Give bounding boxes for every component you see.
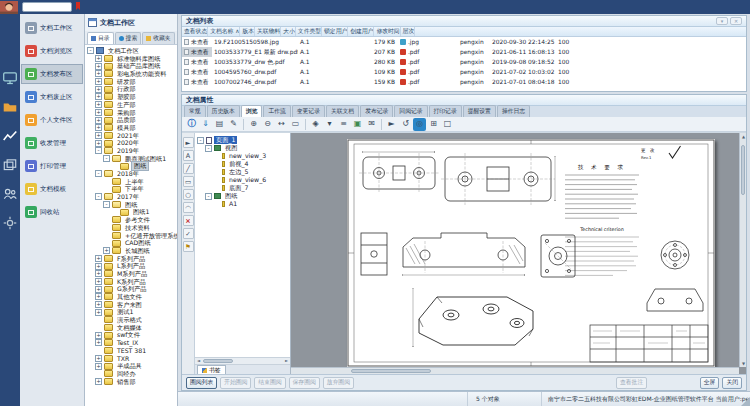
props-tab[interactable]: 提醒设置 bbox=[463, 105, 496, 117]
close-button[interactable]: 关闭 bbox=[722, 377, 742, 389]
tree-tab[interactable]: 收藏夹 bbox=[142, 32, 174, 44]
column-header[interactable]: 关联物料 bbox=[255, 27, 281, 36]
props-tab[interactable]: 操作日志 bbox=[497, 105, 530, 117]
settings-gear-icon[interactable] bbox=[2, 215, 18, 231]
tree-tab[interactable]: 搜索 bbox=[115, 32, 142, 44]
tree-expander-icon[interactable]: - bbox=[95, 193, 102, 200]
viewer-tool-layers[interactable]: ≡ bbox=[337, 118, 350, 131]
tree-item[interactable]: + swf文件 bbox=[85, 331, 177, 339]
column-header[interactable]: 层次 bbox=[401, 27, 416, 36]
viewer-tool-info[interactable]: ⓘ bbox=[185, 118, 198, 131]
viewer-tool-rotate[interactable]: ↺ bbox=[399, 118, 412, 131]
viewer-tool-thumbnails[interactable]: ⊞ bbox=[427, 118, 440, 131]
tree-item[interactable]: 下半年 bbox=[85, 185, 177, 193]
review-button[interactable]: 开始圈阅 bbox=[220, 377, 251, 389]
nav-item[interactable]: 文档模板 bbox=[21, 179, 83, 199]
column-header[interactable]: 大小 bbox=[281, 27, 296, 36]
column-header[interactable]: 文件类型 bbox=[296, 27, 322, 36]
tree-expander-icon[interactable]: + bbox=[95, 101, 102, 108]
tree-expander-icon[interactable]: + bbox=[95, 355, 102, 362]
scroll-down-icon[interactable]: ▼ bbox=[740, 360, 746, 367]
viewer-tool-zoom-in[interactable]: ⊕ bbox=[247, 118, 260, 131]
tree-item[interactable]: + 行政部 bbox=[85, 85, 177, 93]
tree-expander-icon[interactable]: - bbox=[95, 147, 102, 154]
chart-icon[interactable] bbox=[2, 128, 18, 144]
markup-tool-text[interactable]: A bbox=[183, 150, 194, 161]
tree-expander-icon[interactable]: + bbox=[95, 63, 102, 70]
viewer-tool-fullscreen[interactable]: □ bbox=[441, 118, 454, 131]
scroll-thumb[interactable] bbox=[203, 359, 233, 363]
tree-item[interactable]: + 2020年 bbox=[85, 139, 177, 147]
markup-tool-stamp[interactable]: × bbox=[183, 215, 194, 226]
doc-row[interactable]: 未查看 1007002746_drw.pdf A.1 159 KB .pdf p… bbox=[182, 77, 746, 87]
bookmark-expander-icon[interactable]: - bbox=[197, 137, 204, 144]
props-tab[interactable]: 发布记录 bbox=[360, 105, 393, 117]
bookmark-item[interactable]: 底面_7 bbox=[195, 184, 290, 192]
viewer-tool-view-menu[interactable]: ▾ bbox=[323, 118, 336, 131]
tree-expander-icon[interactable]: + bbox=[95, 339, 102, 346]
column-header[interactable]: 创建用户 bbox=[348, 27, 374, 36]
tree-expander-icon[interactable]: - bbox=[87, 47, 94, 54]
tree-item[interactable]: 参考文件 bbox=[85, 216, 177, 224]
doc-row[interactable]: 未查看 1003533779_E1 最新 drw.pdf A.1 207 KB … bbox=[182, 47, 746, 57]
markup-tool-select[interactable]: ► bbox=[183, 137, 194, 148]
props-tab[interactable]: 变更记录 bbox=[292, 105, 325, 117]
tree-expander-icon[interactable]: + bbox=[95, 117, 102, 124]
tree-item[interactable]: + 其他文件 bbox=[85, 293, 177, 301]
bookmark-item[interactable]: 左边_5 bbox=[195, 168, 290, 176]
tree-item[interactable]: + 采购部 bbox=[85, 109, 177, 117]
tree-expander-icon[interactable]: + bbox=[95, 309, 102, 316]
tree-expander-icon[interactable]: + bbox=[95, 293, 102, 300]
tree-item[interactable]: TEST 381 bbox=[85, 347, 177, 355]
props-tab[interactable]: 工作流 bbox=[263, 105, 290, 117]
desktop-icon[interactable] bbox=[2, 70, 18, 86]
bookmark-expander-icon[interactable]: - bbox=[205, 145, 212, 152]
nav-item[interactable]: 文档工作区 bbox=[21, 18, 83, 38]
tree-tab[interactable]: 目录 bbox=[87, 32, 114, 44]
props-tab[interactable]: 历史版本 bbox=[207, 105, 240, 117]
tree-item[interactable]: + 研发部 bbox=[85, 78, 177, 86]
props-tab[interactable]: 常规 bbox=[184, 105, 206, 117]
tree-expander-icon[interactable]: + bbox=[95, 278, 102, 285]
tree-expander-icon[interactable]: + bbox=[95, 140, 102, 147]
fullscreen-button[interactable]: 全屏 bbox=[700, 377, 720, 389]
bookmark-item[interactable]: - 页面_1 bbox=[195, 136, 290, 144]
tree-item[interactable]: 上半年 bbox=[85, 178, 177, 186]
canvas-vscrollbar[interactable]: ▲ ▼ bbox=[739, 133, 746, 367]
tree-item[interactable]: + F系列产品 bbox=[85, 255, 177, 263]
viewer-tool-pointer[interactable]: ► bbox=[385, 118, 398, 131]
tree-expander-icon[interactable]: + bbox=[95, 55, 102, 62]
tree-expander-icon[interactable]: + bbox=[95, 363, 102, 370]
markup-tool-ellipse[interactable]: ○ bbox=[183, 189, 194, 200]
tree-item[interactable]: + 生产部 bbox=[85, 101, 177, 109]
tree-expander-icon[interactable]: + bbox=[95, 109, 102, 116]
tree-item[interactable]: CAD图纸 bbox=[85, 239, 177, 247]
review-button[interactable]: 圈阅列表 bbox=[186, 377, 217, 389]
markup-tool-flag[interactable]: ⚑ bbox=[183, 241, 194, 252]
panel-button-collapse[interactable]: ▾ bbox=[716, 17, 728, 25]
drawing-canvas[interactable]: 更 改 Rev.1 技 术 要 求 bbox=[291, 133, 746, 374]
review-button[interactable]: 放弃圈阅 bbox=[323, 377, 354, 389]
tree-item[interactable]: - 2019年 bbox=[85, 147, 177, 155]
viewer-tool-edit[interactable]: ✎ bbox=[227, 118, 240, 131]
tree-item[interactable]: + 品质部 bbox=[85, 116, 177, 124]
tree-item[interactable]: 演示格式 bbox=[85, 316, 177, 324]
panel-button-close[interactable]: ✕ bbox=[730, 17, 742, 25]
scroll-thumb[interactable] bbox=[741, 145, 745, 195]
layers-icon[interactable] bbox=[2, 157, 18, 173]
tree-expander-icon[interactable]: + bbox=[95, 86, 102, 93]
nav-item[interactable]: 收发管理 bbox=[21, 133, 83, 153]
nav-item[interactable]: 文档发布区 bbox=[21, 64, 83, 84]
nav-item[interactable]: 打印管理 bbox=[21, 156, 83, 176]
tree-item[interactable]: + Test_IX bbox=[85, 339, 177, 347]
bookmark-item[interactable]: 前视_4 bbox=[195, 160, 290, 168]
tree-item[interactable]: + 客户来图 bbox=[85, 301, 177, 309]
tree-item[interactable]: 技术资料 bbox=[85, 224, 177, 232]
doc-row[interactable]: 未查看 1003533779_drw 色.pdf A.1 280 KB .pdf… bbox=[182, 57, 746, 67]
tree-item[interactable]: + 长城图纸 bbox=[85, 247, 177, 255]
tree-item[interactable]: + 彩电系统功能资料 bbox=[85, 70, 177, 78]
tree-expander-icon[interactable]: - bbox=[95, 170, 102, 177]
tree-item[interactable]: + L系列产品 bbox=[85, 262, 177, 270]
viewer-tool-fit-width[interactable]: ↔ bbox=[275, 118, 288, 131]
tree-expander-icon[interactable]: + bbox=[95, 286, 102, 293]
